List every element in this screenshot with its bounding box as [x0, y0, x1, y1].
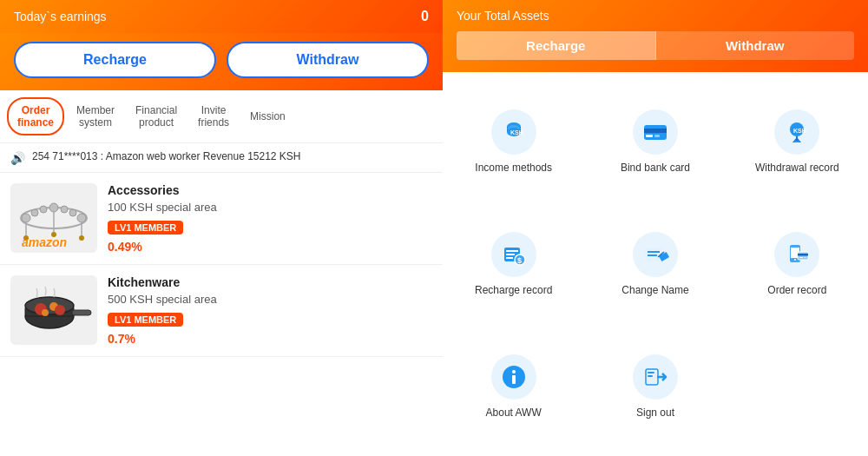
bank-icon-circle [633, 109, 678, 155]
svg-rect-54 [798, 254, 808, 256]
svg-point-22 [42, 309, 49, 316]
tab-member-system[interactable]: Membersystem [68, 99, 123, 134]
product-info-kitchenware: Kitchenware 500 KSH special area LV1 MEM… [108, 275, 432, 346]
svg-rect-33 [654, 135, 660, 137]
recharge-button[interactable]: Recharge [14, 42, 216, 78]
change-name-label: Change Name [621, 284, 688, 296]
member-badge: LV1 MEMBER [108, 313, 183, 327]
tab-order-finance[interactable]: Orderfinance [7, 97, 64, 135]
product-list: amazon Accessories 100 KSH special area … [0, 173, 443, 456]
about-aww-label: About AWW [486, 406, 542, 419]
tab-financial-product[interactable]: Financialproduct [127, 99, 186, 134]
svg-rect-56 [804, 257, 806, 258]
menu-item-recharge-record[interactable]: $ Recharge record [443, 203, 584, 326]
nav-tabs: Orderfinance Membersystem Financialprodu… [0, 90, 443, 143]
svg-point-6 [69, 209, 76, 216]
pan-svg [15, 280, 93, 340]
jewelry-svg: amazon [17, 190, 91, 247]
left-panel: Today`s earnings 0 Recharge Withdraw Ord… [0, 0, 443, 456]
svg-text:KSH: KSH [793, 128, 806, 134]
signout-icon-circle [633, 354, 678, 400]
menu-item-order-record[interactable]: Order record [727, 203, 868, 326]
menu-item-withdrawal-record[interactable]: KSH Withdrawal record [727, 81, 868, 203]
svg-point-7 [77, 214, 86, 222]
svg-point-13 [79, 235, 84, 241]
product-area: 100 KSH special area [108, 201, 432, 214]
change-name-icon-circle [633, 232, 678, 277]
income-icon-circle: KSH [491, 109, 536, 155]
svg-rect-63 [648, 375, 653, 377]
svg-text:KSH: KSH [510, 129, 523, 135]
left-header: Today`s earnings 0 [0, 0, 443, 33]
recharge-tab[interactable]: Recharge [457, 31, 655, 60]
svg-point-2 [31, 209, 38, 216]
product-item-accessories[interactable]: amazon Accessories 100 KSH special area … [0, 173, 443, 265]
menu-item-income-methods[interactable]: KSH Income methods [443, 81, 584, 203]
about-icon [500, 363, 528, 391]
menu-item-change-name[interactable]: Change Name [584, 203, 726, 326]
product-rate: 0.7% [108, 332, 432, 346]
svg-rect-32 [646, 135, 653, 137]
withdraw-tab[interactable]: Withdraw [656, 31, 855, 60]
earnings-label: Today`s earnings [14, 10, 107, 23]
svg-point-58 [512, 370, 516, 373]
order-record-label: Order record [767, 284, 826, 296]
svg-text:$: $ [517, 256, 522, 265]
earnings-value: 0 [421, 9, 429, 24]
order-record-icon [783, 241, 811, 268]
svg-point-52 [794, 259, 796, 261]
total-assets-label: Your Total Assets [457, 9, 854, 23]
announcement-bar: 🔊 254 71****013 : Amazon web worker Reve… [0, 143, 443, 173]
right-header: Your Total Assets Recharge Withdraw [443, 0, 868, 72]
svg-point-1 [22, 214, 30, 222]
member-badge: LV1 MEMBER [108, 221, 183, 235]
svg-rect-59 [512, 375, 516, 384]
product-rate: 0.49% [108, 240, 432, 254]
svg-rect-41 [506, 254, 515, 255]
withdrawal-record-icon: KSH [783, 118, 811, 146]
svg-point-17 [25, 297, 74, 314]
svg-text:amazon: amazon [22, 235, 67, 247]
menu-item-bind-bank-card[interactable]: Bind bank card [584, 81, 726, 203]
withdrawal-record-label: Withdrawal record [755, 162, 839, 174]
withdraw-button[interactable]: Withdraw [227, 42, 429, 78]
svg-rect-31 [644, 129, 667, 133]
product-info-accessories: Accessories 100 KSH special area LV1 MEM… [108, 183, 432, 254]
svg-point-4 [49, 203, 58, 212]
svg-point-3 [40, 206, 47, 213]
product-item-kitchenware[interactable]: Kitchenware 500 KSH special area LV1 MEM… [0, 265, 443, 357]
left-action-buttons: Recharge Withdraw [0, 33, 443, 90]
tab-mission[interactable]: Mission [241, 105, 294, 128]
income-methods-label: Income methods [475, 162, 552, 174]
menu-grid: KSH Income methods Bind bank card [443, 72, 868, 456]
svg-rect-42 [506, 257, 513, 259]
product-area: 500 KSH special area [108, 293, 432, 306]
svg-rect-55 [799, 257, 803, 258]
right-panel: Your Total Assets Recharge Withdraw KSH [443, 0, 868, 456]
sign-out-label: Sign out [636, 406, 674, 419]
svg-rect-62 [648, 372, 654, 373]
menu-item-about-aww[interactable]: About AWW [443, 325, 584, 447]
svg-point-5 [61, 206, 68, 213]
recharge-record-label: Recharge record [475, 284, 552, 296]
menu-item-sign-out[interactable]: Sign out [584, 325, 726, 447]
tab-invite-friends[interactable]: Invitefriends [189, 99, 238, 134]
product-image-pan [10, 275, 97, 345]
product-name: Kitchenware [108, 275, 432, 289]
withdrawal-icon-circle: KSH [774, 109, 819, 155]
speaker-icon: 🔊 [10, 151, 25, 165]
svg-rect-40 [506, 250, 518, 252]
announcement-text: 254 71****013 : Amazon web worker Revenu… [32, 150, 301, 162]
sign-out-icon [641, 363, 669, 391]
change-name-icon [641, 241, 669, 268]
right-tabs: Recharge Withdraw [457, 31, 854, 60]
recharge-icon-circle: $ [491, 232, 536, 277]
recharge-record-icon: $ [500, 241, 528, 268]
about-icon-circle [491, 354, 536, 400]
svg-rect-18 [72, 310, 91, 315]
svg-point-21 [55, 305, 65, 315]
order-icon-circle [774, 232, 819, 277]
income-methods-icon: KSH [500, 118, 528, 146]
bind-bank-card-label: Bind bank card [621, 162, 690, 174]
product-name: Accessories [108, 183, 432, 197]
